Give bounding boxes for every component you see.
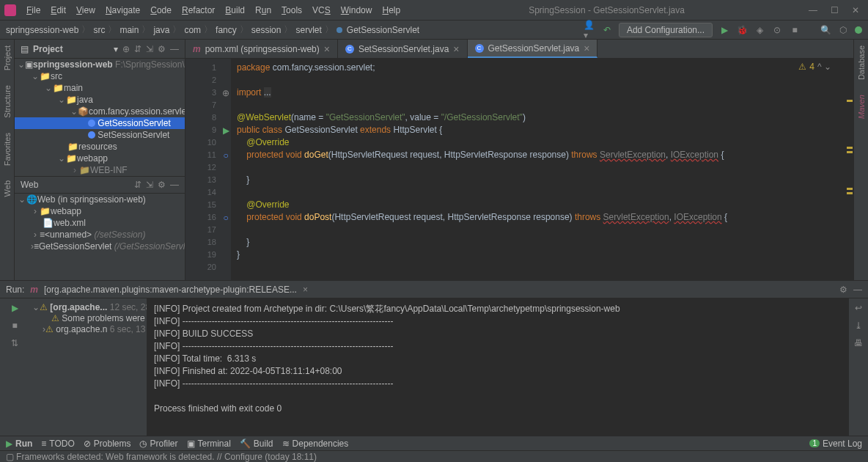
close-icon[interactable]: × bbox=[453, 43, 459, 55]
web-tree-servlet[interactable]: GetSessionServlet bbox=[39, 241, 111, 252]
tab-setsession[interactable]: CSetSessionServlet.java× bbox=[338, 40, 468, 58]
bottom-event-log[interactable]: 1 Event Log bbox=[809, 439, 862, 449]
rail-database[interactable]: Database bbox=[857, 45, 866, 80]
close-icon[interactable]: × bbox=[584, 43, 589, 54]
tab-getsession[interactable]: CGetSessionServlet.java× bbox=[468, 40, 598, 58]
stop-icon[interactable]: ■ bbox=[12, 320, 17, 331]
tree-webinf[interactable]: WEB-INF bbox=[90, 165, 128, 175]
tree-pkg[interactable]: com.fancy.session.servlet bbox=[89, 106, 185, 117]
crumb-src[interactable]: src bbox=[93, 25, 105, 35]
tree-webapp[interactable]: webapp bbox=[77, 153, 108, 164]
menu-navigate[interactable]: Navigate bbox=[101, 4, 144, 17]
tree-java[interactable]: java bbox=[77, 95, 93, 105]
run-icon[interactable]: ▶ bbox=[718, 24, 730, 36]
settings-icon[interactable]: ⚙ bbox=[839, 285, 847, 295]
crumb-root[interactable]: springsession-web bbox=[6, 25, 78, 35]
print-icon[interactable]: 🖶 bbox=[854, 338, 863, 348]
inspection-badge[interactable]: ⚠4 ^ ⌄ bbox=[798, 62, 831, 72]
run-tree-item[interactable]: [org.apache... bbox=[50, 302, 107, 312]
crumb-com[interactable]: com bbox=[184, 25, 201, 35]
scroll-end-icon[interactable]: ⤓ bbox=[855, 320, 862, 331]
run-tree[interactable]: ⌄⚠ [org.apache... 12 sec, 289 ms ⚠ Some … bbox=[29, 298, 147, 436]
rail-structure[interactable]: Structure bbox=[3, 85, 12, 118]
close-icon[interactable]: × bbox=[303, 285, 308, 295]
tree-src[interactable]: src bbox=[51, 71, 62, 81]
collapse-icon[interactable]: ⇲ bbox=[146, 180, 153, 190]
bottom-profiler[interactable]: ◷ Profiler bbox=[139, 439, 177, 449]
crumb-servlet[interactable]: servlet bbox=[295, 25, 321, 35]
rail-web[interactable]: Web bbox=[3, 180, 12, 197]
rail-project[interactable]: Project bbox=[3, 45, 12, 70]
bottom-terminal[interactable]: ▣ Terminal bbox=[187, 439, 231, 449]
tree-file-setsession[interactable]: SetSessionServlet bbox=[98, 130, 169, 140]
add-configuration-button[interactable]: Add Configuration... bbox=[619, 23, 713, 37]
menu-code[interactable]: Code bbox=[146, 4, 176, 17]
collapse-icon[interactable]: ⇲ bbox=[146, 44, 153, 54]
menu-refactor[interactable]: Refactor bbox=[177, 4, 219, 17]
expand-icon[interactable]: ⇵ bbox=[134, 180, 141, 190]
menu-edit[interactable]: Edit bbox=[46, 4, 70, 17]
menu-run[interactable]: Run bbox=[251, 4, 276, 17]
crumb-session[interactable]: session bbox=[251, 25, 282, 35]
bottom-build[interactable]: 🔨 Build bbox=[240, 439, 273, 449]
crumb-fancy[interactable]: fancy bbox=[216, 25, 237, 35]
filter-icon[interactable]: ⇅ bbox=[11, 338, 18, 348]
hide-icon[interactable]: ― bbox=[170, 180, 179, 190]
run-gutter-icon[interactable]: ▶ bbox=[221, 124, 231, 136]
expand-icon[interactable]: ⇵ bbox=[134, 44, 141, 54]
run-tree-item[interactable]: org.apache.n bbox=[56, 324, 107, 334]
hide-icon[interactable]: ― bbox=[170, 44, 179, 54]
status-text[interactable]: Frameworks detected: Web framework is de… bbox=[16, 452, 317, 462]
override-icon[interactable]: ○ bbox=[221, 149, 231, 161]
web-tree-webapp[interactable]: webapp bbox=[51, 206, 81, 216]
soft-wrap-icon[interactable]: ↩ bbox=[855, 303, 862, 313]
status-icon[interactable]: ▢ bbox=[6, 452, 14, 462]
tree-resources[interactable]: resources bbox=[78, 142, 117, 152]
user-icon[interactable]: 👤▾ bbox=[584, 24, 595, 36]
menu-file[interactable]: File bbox=[22, 4, 45, 17]
run-config-name[interactable]: [org.apache.maven.plugins:maven-archetyp… bbox=[44, 285, 297, 295]
settings-icon[interactable]: ⬡ bbox=[837, 24, 849, 36]
web-tree[interactable]: ⌄🌐 Web (in springsession-web) ›📁 webapp … bbox=[15, 194, 185, 252]
menu-view[interactable]: View bbox=[72, 4, 100, 17]
close-icon[interactable]: × bbox=[324, 43, 330, 55]
debug-icon[interactable]: 🐞 bbox=[736, 24, 748, 36]
bottom-todo[interactable]: ≡ TODO bbox=[41, 439, 74, 449]
menu-vcs[interactable]: VCS bbox=[308, 4, 335, 17]
settings-icon[interactable]: ⚙ bbox=[158, 180, 166, 190]
rail-maven[interactable]: Maven bbox=[857, 95, 866, 119]
menu-build[interactable]: Build bbox=[221, 4, 249, 17]
override-icon[interactable]: ○ bbox=[221, 211, 231, 224]
dropdown-icon[interactable]: ▾ bbox=[114, 44, 118, 54]
tree-root[interactable]: springsession-web bbox=[33, 59, 113, 70]
tree-file-getsession[interactable]: GetSessionServlet bbox=[98, 118, 170, 128]
back-icon[interactable]: ↶ bbox=[601, 24, 613, 36]
select-opened-icon[interactable]: ⊕ bbox=[122, 44, 130, 54]
crumb-main[interactable]: main bbox=[119, 25, 139, 35]
settings-icon[interactable]: ⚙ bbox=[158, 44, 166, 54]
crumb-java[interactable]: java bbox=[153, 25, 169, 35]
rerun-icon[interactable]: ▶ bbox=[12, 303, 18, 313]
minimize-button[interactable]: ― bbox=[809, 5, 817, 15]
updates-icon[interactable] bbox=[855, 26, 862, 34]
hide-icon[interactable]: ― bbox=[853, 285, 862, 295]
web-title[interactable]: Web bbox=[21, 180, 38, 190]
web-tree-webxml[interactable]: web.xml bbox=[54, 218, 86, 228]
bottom-problems[interactable]: ⊘ Problems bbox=[84, 439, 131, 449]
coverage-icon[interactable]: ◈ bbox=[754, 24, 765, 36]
web-tree-root[interactable]: Web (in springsession-web) bbox=[37, 194, 146, 205]
menu-window[interactable]: Window bbox=[336, 4, 377, 17]
stop-icon[interactable]: ■ bbox=[789, 24, 801, 36]
run-tree-item[interactable]: Some problems were en bbox=[62, 313, 147, 323]
crumb-class[interactable]: GetSessionServlet bbox=[347, 25, 419, 35]
web-tree-unnamed[interactable]: <unnamed> bbox=[45, 230, 92, 240]
tab-pom[interactable]: mpom.xml (springsession-web)× bbox=[185, 40, 338, 58]
menu-tools[interactable]: Tools bbox=[277, 4, 306, 17]
project-tree[interactable]: ⌄▣ springsession-web F:\SpringSession\sp… bbox=[15, 59, 185, 176]
menu-help[interactable]: Help bbox=[378, 4, 405, 17]
maximize-button[interactable]: ☐ bbox=[831, 5, 839, 15]
project-title[interactable]: Project bbox=[33, 44, 109, 54]
close-button[interactable]: ✕ bbox=[852, 5, 859, 15]
bottom-deps[interactable]: ≋ Dependencies bbox=[282, 439, 349, 449]
tree-main[interactable]: main bbox=[64, 83, 83, 93]
